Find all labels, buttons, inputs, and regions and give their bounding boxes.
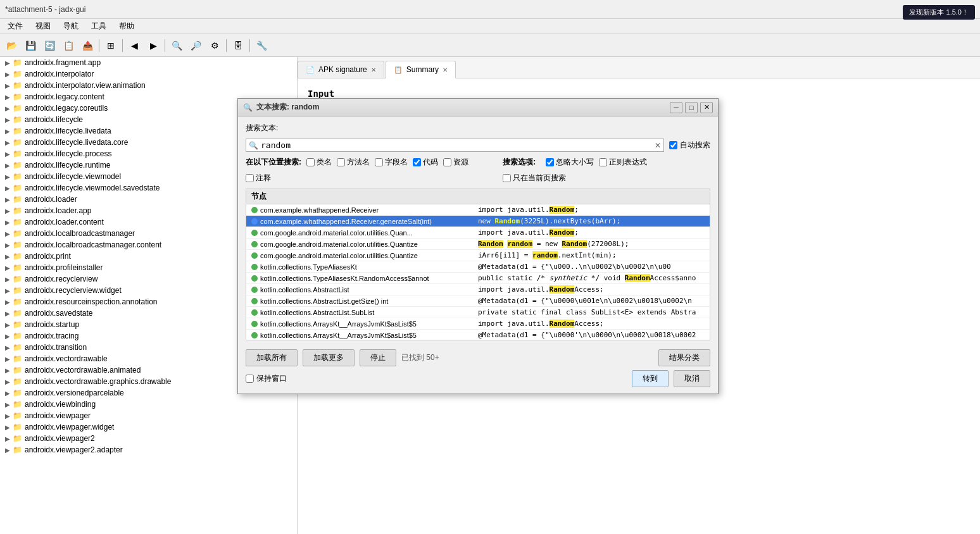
result-row[interactable]: kotlin.collections.ArraysKt__ArraysJvmKt… [246, 330, 710, 340]
search-input-wrap[interactable]: 🔍 ✕ [246, 139, 664, 152]
scope-field-checkbox[interactable] [375, 158, 383, 166]
scope-resource-checkbox[interactable] [443, 158, 451, 166]
tree-item[interactable]: ▶ 📁 androidx.viewpager2 [0, 433, 297, 444]
stop-button[interactable]: 停止 [360, 349, 396, 366]
tree-item-label: androidx.vectordrawable [25, 354, 108, 363]
menu-tools[interactable]: 工具 [86, 20, 111, 33]
auto-search-checkbox[interactable] [669, 141, 677, 149]
tab-summary-close[interactable]: ✕ [443, 66, 448, 73]
col-node-header: 节点 [251, 191, 478, 202]
scope-comment[interactable]: 注释 [246, 173, 271, 183]
tab-apk-signature[interactable]: 📄 APK signature ✕ [298, 61, 384, 78]
folder-icon: 📁 [13, 400, 22, 409]
scope-class[interactable]: 类名 [306, 157, 332, 168]
expand-icon: ▶ [5, 230, 10, 237]
auto-search-option[interactable]: 自动搜索 [669, 140, 710, 151]
find-button[interactable]: 🔎 [187, 37, 204, 54]
tree-item[interactable]: ▶ 📁 androidx.viewpager2.adapter [0, 444, 297, 456]
back-button[interactable]: ◀ [125, 37, 143, 54]
save-all-button[interactable]: 📋 [60, 37, 77, 54]
result-match: import java.util.Random; [478, 228, 705, 237]
version-notice[interactable]: 发现新版本 1.5.0！ [903, 5, 975, 20]
tree-item[interactable]: ▶ 📁 androidx.interpolator [0, 68, 297, 80]
classify-button[interactable]: 结果分类 [658, 349, 710, 366]
tree-item-label: androidx.recyclerview [25, 275, 97, 283]
tree-item[interactable]: ▶ 📁 androidx.viewpager.widget [0, 421, 297, 433]
tree-item-label: androidx.lifecycle.livedata.core [25, 138, 128, 147]
result-row[interactable]: kotlin.collections.TypeAliasesKt.RandomA… [246, 273, 710, 284]
tree-item-label: androidx.profileinstaller [25, 263, 103, 272]
forward-button[interactable]: ▶ [144, 37, 162, 54]
dialog-minimize-btn[interactable]: ─ [670, 102, 682, 113]
result-row[interactable]: com.example.whathappened.Receiver.genera… [246, 216, 710, 227]
result-row[interactable]: com.google.android.material.color.utilit… [246, 227, 710, 239]
keep-window-row[interactable]: 保持窗口 [246, 373, 287, 384]
scope-resource[interactable]: 资源 [443, 157, 468, 168]
settings-button[interactable]: 🔧 [253, 37, 270, 54]
tree-item[interactable]: ▶ 📁 androidx.interpolator.view.animation [0, 80, 297, 91]
dialog-controls[interactable]: ─ □ ✕ [670, 102, 713, 113]
tree-item-label: androidx.legacy.coreutils [25, 104, 108, 113]
scope-class-checkbox[interactable] [306, 158, 315, 166]
menu-file[interactable]: 文件 [3, 20, 28, 33]
expand-icon: ▶ [5, 71, 10, 78]
result-row[interactable]: kotlin.collections.AbstractList.getSize(… [246, 295, 710, 307]
result-row[interactable]: com.google.android.material.color.utilit… [246, 250, 710, 261]
refresh-button[interactable]: 🔄 [41, 37, 58, 54]
save2-button[interactable]: 🗄 [229, 37, 247, 54]
goto-button[interactable]: 转到 [632, 370, 669, 387]
expand-icon: ▶ [5, 310, 10, 317]
result-node: kotlin.collections.TypeAliasesKt.RandomA… [251, 274, 478, 282]
scope-field[interactable]: 字段名 [375, 157, 408, 168]
open-button[interactable]: 📂 [3, 37, 20, 54]
load-more-button[interactable]: 加载更多 [303, 349, 355, 366]
search-input[interactable] [261, 140, 655, 150]
result-row[interactable]: kotlin.collections.AbstractList import j… [246, 284, 710, 295]
dialog-maximize-btn[interactable]: □ [685, 102, 698, 113]
menu-help[interactable]: 帮助 [114, 20, 139, 33]
opt-current-page[interactable]: 只在当前页搜索 [503, 173, 566, 183]
result-row[interactable]: kotlin.collections.ArraysKt__ArraysJvmKt… [246, 318, 710, 330]
tree-item[interactable]: ▶ 📁 androidx.fragment.app [0, 57, 297, 68]
scope-method[interactable]: 方法名 [337, 157, 370, 168]
search-clear-button[interactable]: ✕ [655, 141, 661, 150]
save-button[interactable]: 💾 [22, 37, 39, 54]
menu-nav[interactable]: 导航 [58, 20, 84, 33]
tab-summary[interactable]: 📋 Summary ✕ [386, 61, 456, 78]
scope-comment-checkbox[interactable] [246, 174, 254, 182]
opt-regex[interactable]: 正则表达式 [599, 157, 647, 168]
fit-button[interactable]: ⊞ [102, 37, 120, 54]
tree-item[interactable]: ▶ 📁 androidx.viewbinding [0, 399, 297, 410]
tree-item-label: androidx.viewbinding [25, 400, 96, 409]
folder-icon: 📁 [13, 240, 22, 249]
tree-item[interactable]: ▶ 📁 androidx.viewpager [0, 410, 297, 421]
replace-button[interactable]: ⚙ [206, 37, 223, 54]
tab-summary-icon: 📋 [394, 66, 403, 74]
dialog-close-btn[interactable]: ✕ [700, 102, 713, 113]
cancel-button[interactable]: 取消 [674, 370, 710, 387]
dialog-icon: 🔍 [243, 103, 253, 112]
scope-code-checkbox[interactable] [413, 158, 421, 166]
result-row[interactable]: kotlin.collections.TypeAliasesKt @Metada… [246, 261, 710, 273]
opt-ignore-case[interactable]: 忽略大小写 [546, 157, 594, 168]
scope-method-checkbox[interactable] [337, 158, 345, 166]
result-row[interactable]: com.example.whathappened.Receiver import… [246, 204, 710, 216]
opt-regex-checkbox[interactable] [599, 158, 607, 166]
export-button[interactable]: 📤 [79, 37, 96, 54]
result-row[interactable]: com.google.android.material.color.utilit… [246, 239, 710, 250]
scope-code[interactable]: 代码 [413, 157, 438, 168]
tree-item-label: androidx.viewpager2 [25, 434, 95, 443]
search-button[interactable]: 🔍 [168, 37, 185, 54]
result-match: import java.util.RandomAccess; [478, 320, 705, 328]
result-row[interactable]: kotlin.collections.AbstractList.SubList … [246, 307, 710, 318]
opt-ignore-case-checkbox[interactable] [546, 158, 554, 166]
opt-current-page-checkbox[interactable] [503, 174, 511, 182]
keep-window-checkbox[interactable] [246, 375, 254, 383]
expand-icon: ▶ [5, 242, 10, 249]
folder-icon: 📁 [13, 104, 22, 113]
search-text-label: 搜索文本: [246, 123, 284, 134]
load-all-button[interactable]: 加载所有 [246, 349, 298, 366]
folder-icon: 📁 [13, 127, 22, 135]
tab-apk-close[interactable]: ✕ [371, 66, 376, 73]
menu-view[interactable]: 视图 [30, 20, 56, 33]
